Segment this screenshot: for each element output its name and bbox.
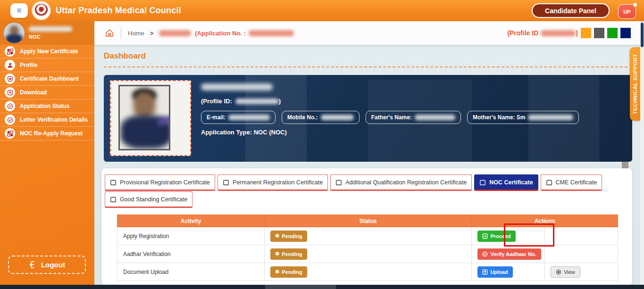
shield-icon [5, 74, 15, 84]
sidebar-item-apply-new-certificate[interactable]: Apply New Certificate [0, 45, 94, 58]
tab-noc-certificate[interactable]: NOC Certificate [474, 174, 538, 191]
breadcrumb-home-link[interactable]: Home [128, 30, 144, 37]
activity-cell: Aadhar Verification [117, 245, 265, 263]
father-name-pill: Father's Name: [366, 111, 461, 124]
spinner-icon: ✻ [275, 251, 279, 257]
activity-cell: Apply Registration [117, 227, 265, 245]
verify-aadhaar-button[interactable]: Verify Aadhaar No. [477, 248, 541, 260]
candidate-panel-button[interactable]: Candidate Panel [532, 3, 610, 18]
spinner-icon: ✻ [275, 269, 279, 275]
certificate-card: Provisional Registration Certificate Per… [101, 168, 632, 285]
status-badge: ✻ Pending [270, 248, 307, 260]
mobile-pill: Mobile No.: [282, 111, 360, 124]
email-redacted [228, 115, 270, 120]
table-row: Apply Registration ✻ Pending Proceed [117, 227, 618, 245]
footer-bar [0, 285, 644, 289]
sidebar-item-application-status[interactable]: Application Status [0, 99, 94, 113]
certificate-icon [546, 179, 552, 186]
upmc-logo [33, 2, 50, 19]
profile-banner: (Profile ID: ) E-mail: Mobile No.: Fathe… [104, 75, 632, 162]
sidebar-item-noc-reapply-request[interactable]: NOC Re-Apply Request [0, 127, 94, 140]
gray-square[interactable] [594, 28, 604, 38]
tab-permanent-registration-certificate[interactable]: Permanent Registration Certificate [217, 174, 328, 191]
view-button[interactable]: View [551, 266, 580, 278]
upload-icon [482, 269, 488, 275]
open-icon [482, 233, 488, 239]
check-circle-icon [482, 251, 488, 257]
sidebar-item-download[interactable]: Download [0, 86, 94, 99]
grid-icon [5, 46, 15, 57]
tab-provisional-registration-certificate[interactable]: Provisional Registration Certificate [105, 174, 215, 191]
column-header-status: Status [265, 215, 472, 227]
check-badge-icon [5, 101, 15, 111]
app-title: Uttar Pradesh Medical Council [56, 6, 181, 16]
application-type-label: Application Type: NOC (NOC) [201, 129, 287, 136]
status-badge: ✻ Pending [270, 266, 307, 278]
mother-name-redacted [528, 115, 573, 120]
notification-dot [633, 2, 637, 7]
navy-square[interactable] [620, 28, 631, 38]
page-title: Dashboard [104, 51, 146, 61]
father-name-redacted [415, 115, 455, 120]
certificate-icon [479, 179, 486, 186]
check-badge-icon [5, 115, 15, 125]
top-header: ≡ Uttar Pradesh Medical Council Candidat… [0, 0, 644, 21]
sidebar-user-card: NOC [0, 21, 94, 45]
candidate-name-redacted [201, 83, 273, 91]
grid-icon [5, 128, 15, 139]
column-header-actions: Actions [472, 215, 618, 227]
candidate-photo [110, 80, 191, 156]
emblem-icon [34, 4, 48, 17]
breadcrumb: Home > (Application No. : (Profile ID ) [94, 21, 644, 45]
column-header-activity: Activity [117, 215, 265, 227]
main-content: Dashboard (Profile ID: ) E-mail: Mobi [94, 45, 640, 285]
proceed-button[interactable]: Proceed [477, 231, 515, 242]
certificate-tabs: Provisional Registration Certificate Per… [105, 174, 624, 208]
sidebar-item-letter-verification-details[interactable]: Letter Verification Details [0, 113, 94, 127]
profile-id-redacted [235, 99, 279, 104]
tab-good-standing-certificate[interactable]: Good Standing Certificate [105, 191, 192, 208]
table-row: Document Upload ✻ Pending Upload View [117, 263, 618, 281]
mobile-redacted [321, 115, 354, 120]
user-name-redacted [29, 26, 72, 32]
spinner-icon: ✻ [275, 233, 279, 239]
certificate-icon [110, 179, 117, 186]
green-square[interactable] [607, 28, 618, 38]
certificate-icon [335, 179, 342, 186]
dashed-divider [104, 66, 627, 67]
logout-icon [29, 261, 37, 269]
certificate-icon [223, 179, 229, 186]
divider [121, 27, 121, 39]
detail-pills: E-mail: Mobile No.: Father's Name: Mothe… [201, 111, 579, 124]
upload-button[interactable]: Upload [477, 266, 512, 278]
table-row: Aadhar Verification ✻ Pending Verify Aad… [117, 245, 618, 263]
home-icon[interactable] [105, 28, 114, 38]
banner-profile-id: (Profile ID: ) [201, 98, 281, 105]
tab-cme-certificate[interactable]: CME Certificate [541, 174, 602, 191]
profile-id-label: (Profile ID [507, 29, 538, 37]
person-icon [5, 60, 15, 70]
orange-square[interactable] [581, 28, 591, 38]
scrollbar-thumb[interactable] [641, 23, 644, 47]
logout-button[interactable]: Logout [8, 256, 86, 274]
application-no-label: (Application No. : [195, 30, 246, 37]
tab-additional-qualification-registration-certificate[interactable]: Additional Qualification Registration Ce… [330, 174, 472, 191]
sidebar-item-profile[interactable]: Profile [0, 58, 94, 72]
mother-name-pill: Mother's Name: Sm [467, 111, 579, 124]
eye-icon [556, 269, 561, 275]
certificate-icon [110, 196, 117, 203]
sidebar: NOC Apply New Certificate Profile Certif… [0, 21, 94, 285]
status-badge: ✻ Pending [270, 231, 307, 242]
avatar [4, 23, 25, 43]
menu-toggle-button[interactable]: ≡ [10, 3, 28, 18]
technical-support-tab[interactable]: TECHNICAL SUPPORT [630, 47, 640, 121]
profile-id-redacted [541, 30, 576, 36]
application-no-redacted [249, 30, 294, 36]
activity-table: Activity Status Actions Apply Registrati… [117, 215, 618, 281]
activity-cell: Document Upload [117, 263, 265, 281]
sidebar-item-certificate-dashboard[interactable]: Certificate Dashboard [0, 72, 94, 86]
sidebar-menu: Apply New Certificate Profile Certificat… [0, 45, 94, 140]
download-icon [5, 87, 15, 98]
candidate-name-redacted [159, 30, 191, 36]
scrollbar[interactable] [640, 21, 644, 289]
